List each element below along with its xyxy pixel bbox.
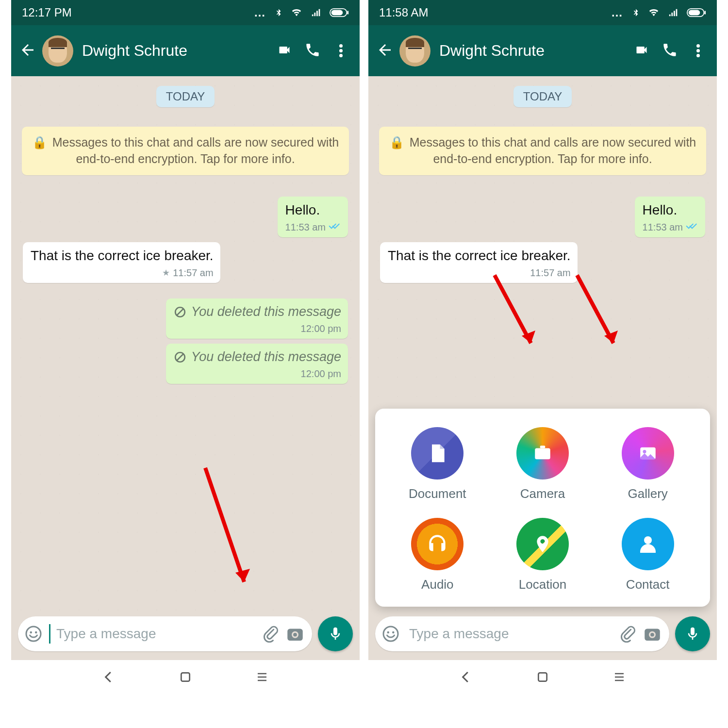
- battery-icon: [687, 8, 706, 17]
- message-time: 12:00 pm: [301, 367, 341, 380]
- svg-marker-8: [235, 569, 250, 582]
- svg-line-7: [205, 468, 244, 582]
- message-in-1[interactable]: That is the correct ice breaker. ★11:57 …: [23, 242, 220, 283]
- nav-home-icon[interactable]: [536, 671, 549, 683]
- svg-rect-38: [538, 673, 546, 681]
- contact-avatar[interactable]: [399, 35, 430, 66]
- svg-point-11: [35, 631, 37, 634]
- wifi-icon: [290, 7, 303, 18]
- message-deleted-1[interactable]: You deleted this message 12:00 pm: [166, 298, 348, 339]
- nav-home-icon[interactable]: [179, 671, 192, 683]
- signal-icon: [667, 7, 680, 18]
- chat-body[interactable]: TODAY 🔒 Messages to this chat and calls …: [368, 76, 717, 611]
- date-chip: TODAY: [156, 86, 215, 107]
- blocked-icon: [174, 351, 186, 364]
- nav-recent-icon[interactable]: [255, 671, 269, 683]
- encryption-notice[interactable]: 🔒 Messages to this chat and calls are no…: [22, 127, 349, 175]
- voice-call-button[interactable]: [659, 42, 681, 60]
- attach-label: Contact: [626, 577, 670, 592]
- message-input[interactable]: Type a message: [18, 616, 312, 651]
- contact-name[interactable]: Dwight Schrute: [82, 42, 267, 60]
- voice-call-button[interactable]: [301, 42, 324, 60]
- audio-icon: [411, 518, 463, 570]
- attach-gallery[interactable]: Gallery: [595, 427, 700, 501]
- svg-point-32: [383, 627, 398, 641]
- attachment-panel: Document Camera Gallery Audio: [375, 409, 710, 607]
- input-row: Type a message: [11, 611, 360, 660]
- message-time: 11:53 am: [285, 221, 326, 233]
- svg-rect-2: [331, 10, 343, 16]
- message-text: That is the correct ice breaker.: [31, 248, 214, 263]
- read-ticks-icon: [686, 221, 698, 233]
- nav-back-icon[interactable]: [101, 670, 116, 684]
- svg-point-31: [644, 536, 652, 544]
- message-in-1[interactable]: That is the correct ice breaker. 11:57 a…: [380, 242, 578, 283]
- annotation-arrow: [567, 270, 626, 360]
- emoji-icon[interactable]: [382, 625, 399, 643]
- message-input[interactable]: Type a message: [375, 616, 669, 651]
- bluetooth-icon: [631, 6, 640, 19]
- mic-button[interactable]: [318, 616, 353, 651]
- camera-icon: [516, 427, 569, 480]
- status-bar: 11:58 AM …: [368, 0, 717, 25]
- svg-rect-21: [689, 10, 700, 16]
- android-navbar: [368, 660, 717, 694]
- menu-button[interactable]: [330, 44, 352, 57]
- back-button[interactable]: [376, 41, 394, 61]
- message-time: 11:57 am: [173, 266, 213, 279]
- camera-icon[interactable]: [285, 624, 305, 644]
- attach-label: Camera: [520, 486, 565, 501]
- attach-label: Gallery: [628, 486, 667, 501]
- svg-rect-15: [181, 673, 189, 681]
- video-call-button[interactable]: [630, 43, 653, 59]
- attach-contact[interactable]: Contact: [595, 518, 700, 592]
- encryption-notice[interactable]: 🔒 Messages to this chat and calls are no…: [379, 127, 706, 175]
- attach-audio[interactable]: Audio: [385, 518, 490, 592]
- attach-label: Audio: [421, 577, 454, 592]
- attach-location[interactable]: Location: [490, 518, 596, 592]
- svg-rect-28: [540, 446, 546, 448]
- back-button[interactable]: [19, 41, 36, 61]
- attach-document[interactable]: Document: [385, 427, 490, 501]
- svg-point-34: [392, 631, 395, 634]
- message-text: You deleted this message: [191, 348, 341, 365]
- mic-button[interactable]: [675, 616, 710, 651]
- attachment-icon[interactable]: [262, 625, 279, 643]
- input-placeholder: Type a message: [409, 626, 613, 642]
- attach-label: Location: [519, 577, 566, 592]
- svg-point-9: [26, 627, 41, 641]
- status-icons: …: [611, 6, 706, 19]
- contact-avatar[interactable]: [42, 35, 73, 66]
- emoji-icon[interactable]: [25, 625, 42, 643]
- attach-camera[interactable]: Camera: [490, 427, 596, 501]
- bluetooth-icon: [274, 6, 283, 19]
- status-bar: 12:17 PM …: [11, 0, 360, 25]
- message-deleted-2[interactable]: You deleted this message 12:00 pm: [166, 344, 348, 384]
- svg-line-4: [177, 309, 183, 315]
- wifi-icon: [647, 7, 661, 18]
- svg-rect-20: [704, 11, 706, 14]
- menu-button[interactable]: [687, 44, 709, 57]
- message-out-1[interactable]: Hello. 11:53 am: [635, 197, 705, 237]
- nav-recent-icon[interactable]: [612, 671, 627, 683]
- chat-header: Dwight Schrute: [368, 25, 717, 76]
- svg-point-37: [650, 633, 654, 637]
- attach-label: Document: [409, 486, 466, 501]
- contact-name[interactable]: Dwight Schrute: [439, 42, 625, 60]
- lock-icon: 🔒: [32, 135, 47, 149]
- signal-icon: [310, 7, 323, 18]
- camera-icon[interactable]: [642, 624, 662, 644]
- nav-back-icon[interactable]: [459, 670, 473, 684]
- chat-header: Dwight Schrute: [11, 25, 360, 76]
- svg-point-33: [387, 631, 390, 634]
- chat-body[interactable]: TODAY 🔒 Messages to this chat and calls …: [11, 76, 360, 611]
- svg-line-6: [177, 354, 183, 360]
- svg-point-10: [30, 631, 33, 634]
- message-text: Hello.: [285, 202, 320, 217]
- input-row: Type a message: [368, 611, 717, 660]
- contact-icon: [622, 518, 674, 570]
- video-call-button[interactable]: [273, 43, 296, 59]
- message-out-1[interactable]: Hello. 11:53 am: [278, 197, 348, 237]
- attachment-icon[interactable]: [619, 625, 636, 643]
- document-icon: [411, 427, 463, 480]
